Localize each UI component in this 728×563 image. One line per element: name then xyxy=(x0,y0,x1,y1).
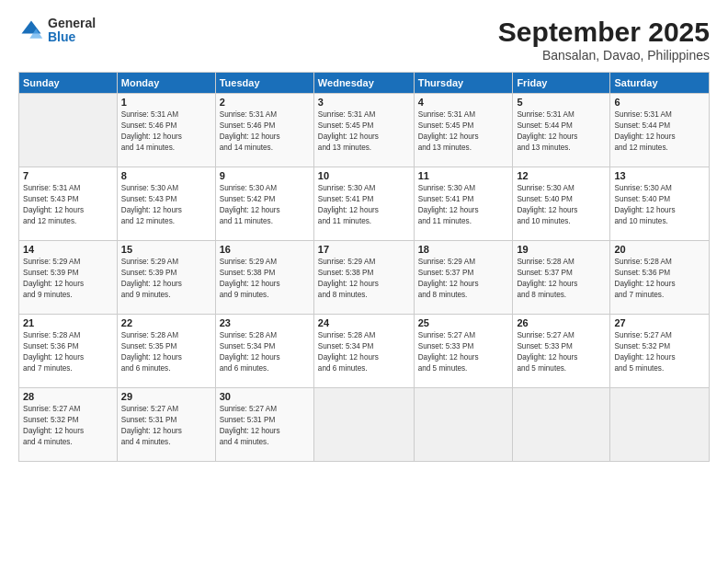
calendar-header: SundayMondayTuesdayWednesdayThursdayFrid… xyxy=(19,73,710,94)
day-number: 3 xyxy=(318,97,410,108)
calendar-cell: 8Sunrise: 5:30 AM Sunset: 5:43 PM Daylig… xyxy=(117,167,215,241)
day-number: 11 xyxy=(418,170,509,181)
week-row-1: 1Sunrise: 5:31 AM Sunset: 5:46 PM Daylig… xyxy=(19,94,710,167)
day-info: Sunrise: 5:31 AM Sunset: 5:46 PM Dayligh… xyxy=(121,109,211,154)
calendar-cell: 15Sunrise: 5:29 AM Sunset: 5:39 PM Dayli… xyxy=(117,241,215,315)
calendar-cell: 10Sunrise: 5:30 AM Sunset: 5:41 PM Dayli… xyxy=(313,167,414,241)
day-number: 23 xyxy=(220,317,310,328)
calendar-cell: 29Sunrise: 5:27 AM Sunset: 5:31 PM Dayli… xyxy=(117,388,215,462)
day-number: 22 xyxy=(121,317,211,328)
day-info: Sunrise: 5:30 AM Sunset: 5:42 PM Dayligh… xyxy=(220,183,310,227)
calendar-cell xyxy=(313,388,414,462)
day-info: Sunrise: 5:30 AM Sunset: 5:40 PM Dayligh… xyxy=(614,183,705,227)
calendar-cell: 25Sunrise: 5:27 AM Sunset: 5:33 PM Dayli… xyxy=(414,315,513,388)
day-info: Sunrise: 5:27 AM Sunset: 5:31 PM Dayligh… xyxy=(220,404,310,448)
day-info: Sunrise: 5:27 AM Sunset: 5:32 PM Dayligh… xyxy=(23,404,113,448)
day-info: Sunrise: 5:28 AM Sunset: 5:36 PM Dayligh… xyxy=(614,257,705,301)
calendar-cell: 22Sunrise: 5:28 AM Sunset: 5:35 PM Dayli… xyxy=(117,315,215,388)
day-info: Sunrise: 5:29 AM Sunset: 5:39 PM Dayligh… xyxy=(23,257,113,301)
calendar-cell: 7Sunrise: 5:31 AM Sunset: 5:43 PM Daylig… xyxy=(19,167,118,241)
day-info: Sunrise: 5:28 AM Sunset: 5:34 PM Dayligh… xyxy=(318,330,410,374)
day-info: Sunrise: 5:27 AM Sunset: 5:33 PM Dayligh… xyxy=(517,330,606,374)
calendar-cell: 6Sunrise: 5:31 AM Sunset: 5:44 PM Daylig… xyxy=(610,94,710,167)
day-number: 18 xyxy=(418,244,509,255)
calendar-cell: 21Sunrise: 5:28 AM Sunset: 5:36 PM Dayli… xyxy=(19,315,118,388)
calendar: SundayMondayTuesdayWednesdayThursdayFrid… xyxy=(18,72,710,462)
calendar-cell: 11Sunrise: 5:30 AM Sunset: 5:41 PM Dayli… xyxy=(414,167,513,241)
calendar-cell: 28Sunrise: 5:27 AM Sunset: 5:32 PM Dayli… xyxy=(19,388,118,462)
day-info: Sunrise: 5:31 AM Sunset: 5:45 PM Dayligh… xyxy=(318,109,410,154)
header-cell-monday: Monday xyxy=(117,73,215,94)
day-number: 16 xyxy=(220,244,310,255)
day-info: Sunrise: 5:30 AM Sunset: 5:41 PM Dayligh… xyxy=(318,183,410,227)
day-number: 20 xyxy=(614,244,705,255)
day-number: 1 xyxy=(121,97,211,108)
header-cell-tuesday: Tuesday xyxy=(215,73,313,94)
day-info: Sunrise: 5:29 AM Sunset: 5:37 PM Dayligh… xyxy=(418,257,509,301)
calendar-cell: 16Sunrise: 5:29 AM Sunset: 5:38 PM Dayli… xyxy=(215,241,313,315)
day-number: 13 xyxy=(614,170,705,181)
day-info: Sunrise: 5:30 AM Sunset: 5:43 PM Dayligh… xyxy=(121,183,211,227)
day-info: Sunrise: 5:31 AM Sunset: 5:46 PM Dayligh… xyxy=(220,109,310,154)
day-info: Sunrise: 5:29 AM Sunset: 5:39 PM Dayligh… xyxy=(121,257,211,301)
logo-general: General xyxy=(48,17,96,30)
logo: General Blue xyxy=(18,17,96,45)
header-cell-sunday: Sunday xyxy=(19,73,118,94)
day-info: Sunrise: 5:29 AM Sunset: 5:38 PM Dayligh… xyxy=(220,257,310,301)
calendar-cell: 1Sunrise: 5:31 AM Sunset: 5:46 PM Daylig… xyxy=(117,94,215,167)
day-number: 2 xyxy=(220,97,310,108)
calendar-cell: 9Sunrise: 5:30 AM Sunset: 5:42 PM Daylig… xyxy=(215,167,313,241)
day-number: 27 xyxy=(614,317,705,328)
calendar-body: 1Sunrise: 5:31 AM Sunset: 5:46 PM Daylig… xyxy=(19,94,710,462)
day-info: Sunrise: 5:27 AM Sunset: 5:33 PM Dayligh… xyxy=(418,330,509,374)
day-number: 9 xyxy=(220,170,310,181)
calendar-cell xyxy=(513,388,610,462)
day-number: 15 xyxy=(121,244,211,255)
day-info: Sunrise: 5:27 AM Sunset: 5:31 PM Dayligh… xyxy=(121,404,211,448)
calendar-cell: 20Sunrise: 5:28 AM Sunset: 5:36 PM Dayli… xyxy=(610,241,710,315)
calendar-cell: 27Sunrise: 5:27 AM Sunset: 5:32 PM Dayli… xyxy=(610,315,710,388)
day-info: Sunrise: 5:29 AM Sunset: 5:38 PM Dayligh… xyxy=(318,257,410,301)
calendar-cell: 13Sunrise: 5:30 AM Sunset: 5:40 PM Dayli… xyxy=(610,167,710,241)
day-number: 30 xyxy=(220,391,310,402)
day-number: 25 xyxy=(418,317,509,328)
calendar-cell: 2Sunrise: 5:31 AM Sunset: 5:46 PM Daylig… xyxy=(215,94,313,167)
calendar-cell: 24Sunrise: 5:28 AM Sunset: 5:34 PM Dayli… xyxy=(313,315,414,388)
calendar-cell: 17Sunrise: 5:29 AM Sunset: 5:38 PM Dayli… xyxy=(313,241,414,315)
day-number: 12 xyxy=(517,170,606,181)
calendar-cell: 4Sunrise: 5:31 AM Sunset: 5:45 PM Daylig… xyxy=(414,94,513,167)
day-info: Sunrise: 5:28 AM Sunset: 5:35 PM Dayligh… xyxy=(121,330,211,374)
header-cell-saturday: Saturday xyxy=(610,73,710,94)
title-block: September 2025 Bansalan, Davao, Philippi… xyxy=(498,17,710,63)
header-row: SundayMondayTuesdayWednesdayThursdayFrid… xyxy=(19,73,710,94)
day-number: 24 xyxy=(318,317,410,328)
day-info: Sunrise: 5:30 AM Sunset: 5:41 PM Dayligh… xyxy=(418,183,509,227)
day-number: 17 xyxy=(318,244,410,255)
header-cell-friday: Friday xyxy=(513,73,610,94)
day-info: Sunrise: 5:31 AM Sunset: 5:43 PM Dayligh… xyxy=(23,183,113,227)
calendar-cell: 5Sunrise: 5:31 AM Sunset: 5:44 PM Daylig… xyxy=(513,94,610,167)
day-info: Sunrise: 5:31 AM Sunset: 5:44 PM Dayligh… xyxy=(517,109,606,154)
logo-blue: Blue xyxy=(48,30,96,44)
logo-text: General Blue xyxy=(48,17,96,45)
day-number: 26 xyxy=(517,317,606,328)
day-info: Sunrise: 5:27 AM Sunset: 5:32 PM Dayligh… xyxy=(614,330,705,374)
calendar-cell xyxy=(610,388,710,462)
week-row-5: 28Sunrise: 5:27 AM Sunset: 5:32 PM Dayli… xyxy=(19,388,710,462)
calendar-cell: 30Sunrise: 5:27 AM Sunset: 5:31 PM Dayli… xyxy=(215,388,313,462)
week-row-2: 7Sunrise: 5:31 AM Sunset: 5:43 PM Daylig… xyxy=(19,167,710,241)
page: General Blue September 2025 Bansalan, Da… xyxy=(0,0,728,563)
day-number: 19 xyxy=(517,244,606,255)
day-number: 28 xyxy=(23,391,113,402)
day-number: 29 xyxy=(121,391,211,402)
calendar-cell: 26Sunrise: 5:27 AM Sunset: 5:33 PM Dayli… xyxy=(513,315,610,388)
week-row-4: 21Sunrise: 5:28 AM Sunset: 5:36 PM Dayli… xyxy=(19,315,710,388)
day-number: 6 xyxy=(614,97,705,108)
day-info: Sunrise: 5:31 AM Sunset: 5:45 PM Dayligh… xyxy=(418,109,509,154)
calendar-cell: 14Sunrise: 5:29 AM Sunset: 5:39 PM Dayli… xyxy=(19,241,118,315)
calendar-cell: 19Sunrise: 5:28 AM Sunset: 5:37 PM Dayli… xyxy=(513,241,610,315)
header-cell-thursday: Thursday xyxy=(414,73,513,94)
calendar-cell: 3Sunrise: 5:31 AM Sunset: 5:45 PM Daylig… xyxy=(313,94,414,167)
main-title: September 2025 xyxy=(498,17,710,48)
day-info: Sunrise: 5:28 AM Sunset: 5:34 PM Dayligh… xyxy=(220,330,310,374)
